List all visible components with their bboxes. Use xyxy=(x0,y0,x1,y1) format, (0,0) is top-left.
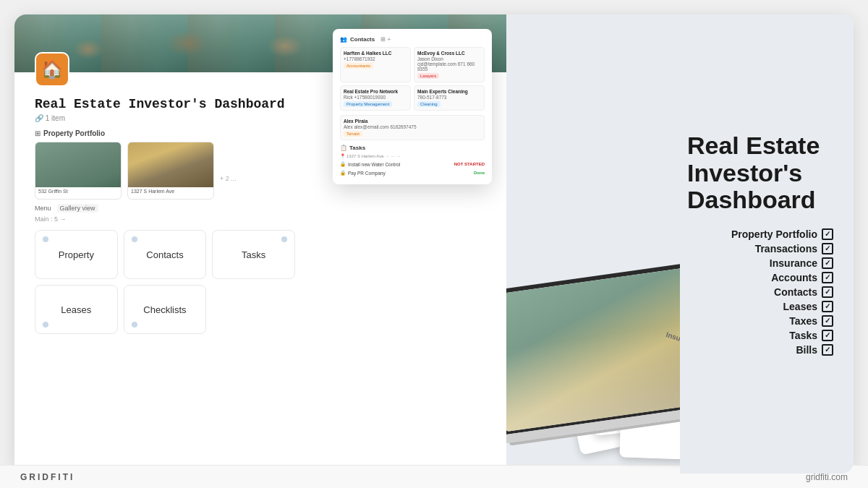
property-img-1 xyxy=(35,142,121,187)
dot-icon xyxy=(132,236,137,242)
house-icon: 🏠 xyxy=(41,59,63,80)
right-text-block: Real EstateInvestor'sDashboard Property … xyxy=(680,14,854,474)
menu-leases-label: Leases xyxy=(61,304,91,315)
property-more: + 2 ... xyxy=(220,175,237,182)
grid-icon: ⊞ xyxy=(35,129,41,137)
menu-checklists[interactable]: Checklists xyxy=(124,285,207,334)
gallery-label[interactable]: Gallery view xyxy=(57,204,98,213)
menu-label: Menu xyxy=(35,205,51,212)
menu-property-label: Property xyxy=(59,249,94,260)
task-icon: 🔒 xyxy=(340,161,346,167)
feature-item-8: Bills ✓ xyxy=(687,344,833,356)
feature-label-5: Leases xyxy=(783,301,817,312)
brand-label: GRIDFITI xyxy=(20,472,75,482)
feature-item-2: Insurance ✓ xyxy=(687,257,833,269)
check-icon-6: ✓ xyxy=(822,315,833,327)
feature-label-6: Taxes xyxy=(789,315,817,327)
contact-item-3: Main Experts Cleaning 780-517-8773 Clean… xyxy=(414,85,485,111)
check-icon-2: ✓ xyxy=(822,257,833,269)
menu-grid: Property Contacts Tasks Leases Checklist… xyxy=(35,230,295,334)
tasks-section: 📋 Tasks 📍 1327 S Harlem Ave → ← → 🔒 Inst… xyxy=(340,145,485,177)
menu-tasks-label: Tasks xyxy=(242,249,265,260)
feature-label-8: Bills xyxy=(796,344,817,356)
dot-icon xyxy=(43,322,48,328)
location-icon: 📍 xyxy=(340,153,345,158)
contacts-overlay: 👥 Contacts ⊞ + Harften & Halkes LLC +177… xyxy=(333,29,492,184)
feature-label-4: Contacts xyxy=(774,286,817,298)
check-icon-3: ✓ xyxy=(822,272,833,283)
feature-item-4: Contacts ✓ xyxy=(687,286,833,298)
feature-label-1: Transactions xyxy=(755,243,817,254)
subtitle-icon: 🔗 xyxy=(35,114,43,122)
feature-item-3: Accounts ✓ xyxy=(687,272,833,283)
check-icon-0: ✓ xyxy=(822,228,833,240)
tasks-header: 📋 Tasks xyxy=(340,145,485,151)
task-item-1: 🔒 Pay PR Company Done xyxy=(340,168,485,177)
contact-item-4: Alex Piraia Alex alex@email.com 61626974… xyxy=(340,115,485,140)
feature-item-5: Leases ✓ xyxy=(687,301,833,312)
feature-label-2: Insurance xyxy=(770,257,817,269)
right-title: Real EstateInvestor'sDashboard xyxy=(687,132,833,213)
menu-property[interactable]: Property xyxy=(35,230,118,279)
menu-contacts-label: Contacts xyxy=(146,249,183,260)
check-icon-7: ✓ xyxy=(822,330,833,341)
feature-label-3: Accounts xyxy=(771,272,817,283)
tasks-icon: 📋 xyxy=(340,145,347,151)
property-label-2: 1327 S Harlem Ave xyxy=(128,187,213,195)
property-card-2[interactable]: 1327 S Harlem Ave xyxy=(127,142,214,200)
dot-icon xyxy=(281,236,287,242)
dot-icon xyxy=(132,322,137,328)
check-icon-1: ✓ xyxy=(822,243,833,254)
contacts-header: 👥 Contacts ⊞ + xyxy=(340,36,485,43)
menu-checklists-label: Checklists xyxy=(143,304,186,315)
feature-item-7: Tasks ✓ xyxy=(687,330,833,341)
feature-label-7: Tasks xyxy=(789,330,817,341)
contact-item-0: Harften & Halkes LLC +17788671932 Accoun… xyxy=(340,47,411,82)
task-item-0: 🔒 Install new Water Control NOT STARTED xyxy=(340,160,485,168)
menu-contacts[interactable]: Contacts xyxy=(124,230,207,279)
property-img-2 xyxy=(128,142,213,187)
menu-leases[interactable]: Leases xyxy=(35,285,118,334)
menu-row: Menu Gallery view xyxy=(35,204,486,213)
feature-item-1: Transactions ✓ xyxy=(687,243,833,254)
check-icon-5: ✓ xyxy=(822,301,833,312)
check-icon-4: ✓ xyxy=(822,286,833,298)
property-label-1: 532 Griffin St xyxy=(35,187,121,195)
feature-item-6: Taxes ✓ xyxy=(687,315,833,327)
contact-item-1: McEvoy & Cross LLC Jason Dixon cjd@templ… xyxy=(414,47,485,82)
feature-label-0: Property Portfolio xyxy=(731,228,817,240)
feature-list: Property Portfolio ✓ Transactions ✓ Insu… xyxy=(687,228,833,356)
contact-item-2: Real Estate Pro Network Rick +1758001993… xyxy=(340,85,411,111)
main-row: Main : 5 → xyxy=(35,215,486,223)
right-panel: Real Estate Investor's Dashboard xyxy=(506,14,854,474)
tasks-address: 📍 1327 S Harlem Ave → ← → xyxy=(340,153,485,158)
outer-frame: 🏠 Real Estate Investor's Dashboard 🔗 1 i… xyxy=(14,14,854,474)
task-icon-2: 🔒 xyxy=(340,170,346,176)
dashboard-icon: 🏠 xyxy=(35,52,69,87)
section-label-property: Property Portfolio xyxy=(43,129,105,137)
contact-grid: Harften & Halkes LLC +17788671932 Accoun… xyxy=(340,47,485,111)
left-panel: 🏠 Real Estate Investor's Dashboard 🔗 1 i… xyxy=(14,14,506,474)
check-icon-8: ✓ xyxy=(822,344,833,356)
dot-icon xyxy=(43,236,48,242)
feature-item-0: Property Portfolio ✓ xyxy=(687,228,833,240)
property-card-1[interactable]: 532 Griffin St xyxy=(35,142,122,200)
menu-tasks[interactable]: Tasks xyxy=(212,230,295,279)
contacts-icon: 👥 xyxy=(340,36,347,43)
